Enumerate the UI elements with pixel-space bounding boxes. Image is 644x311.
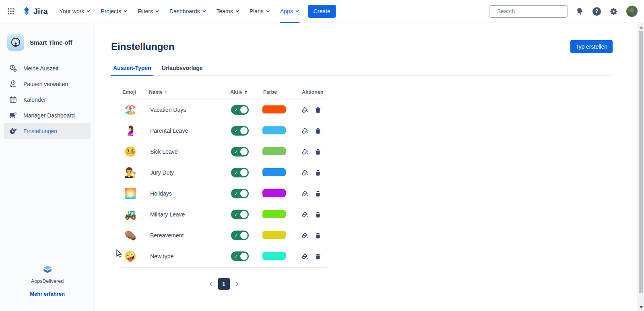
color-swatch[interactable] — [262, 189, 286, 197]
edit-color-button[interactable] — [301, 148, 309, 156]
next-page-button[interactable] — [234, 280, 239, 287]
nav-filters[interactable]: Filters — [132, 0, 164, 23]
scroll-down-arrow[interactable] — [640, 306, 643, 309]
app-grid-icon — [7, 7, 15, 15]
type-emoji: 🚜 — [121, 210, 147, 219]
app-sidebar: Smart Time-off Meine Auszeit — [0, 23, 95, 311]
app-title: Smart Time-off — [30, 39, 72, 46]
table-row: 🤒 Sick Leave ✓ — [121, 141, 327, 162]
nav-dashboards[interactable]: Dashboards — [164, 0, 211, 23]
timeoff-types-table: Emoji Name Aktiv Farbe Aktionen 🏖️ Vacat… — [121, 89, 327, 268]
toggle-knob — [240, 106, 248, 113]
edit-color-button[interactable] — [301, 232, 309, 239]
edit-color-button[interactable] — [301, 127, 309, 135]
color-swatch[interactable] — [262, 210, 286, 218]
edit-color-button[interactable] — [301, 106, 309, 114]
active-toggle[interactable]: ✓ — [231, 126, 249, 136]
create-type-button[interactable]: Typ erstellen — [570, 40, 613, 53]
color-swatch[interactable] — [262, 231, 286, 239]
edit-color-button[interactable] — [301, 253, 309, 260]
question-mark-icon: ? — [592, 7, 601, 16]
check-icon: ✓ — [234, 170, 238, 175]
color-swatch[interactable] — [262, 126, 286, 134]
global-search[interactable] — [489, 5, 568, 18]
table-row: ⚰️ Bereavement ✓ — [121, 225, 327, 246]
active-toggle[interactable]: ✓ — [231, 251, 249, 261]
delete-button[interactable] — [314, 169, 322, 177]
type-name: Jury Duty — [147, 169, 229, 176]
nav-your-work[interactable]: Your work — [54, 0, 96, 23]
vertical-scrollbar[interactable] — [638, 23, 644, 311]
calendar-icon — [8, 95, 17, 104]
edit-color-button[interactable] — [301, 211, 309, 218]
sidebar-item-pausen-verwalten[interactable]: Pausen verwalten — [4, 76, 91, 92]
settings-button[interactable] — [609, 6, 619, 16]
sidebar-item-meine-auszeit[interactable]: Meine Auszeit — [4, 60, 91, 76]
active-toggle[interactable]: ✓ — [231, 147, 249, 157]
active-toggle[interactable]: ✓ — [231, 105, 249, 115]
search-input[interactable] — [496, 8, 571, 15]
trash-icon — [315, 169, 321, 176]
type-emoji: 🌅 — [121, 189, 147, 198]
edit-color-button[interactable] — [301, 169, 309, 177]
active-toggle[interactable]: ✓ — [231, 168, 249, 177]
sort-icon — [245, 90, 247, 94]
create-button[interactable]: Create — [308, 5, 336, 18]
sidebar-item-kalender[interactable]: Kalender — [4, 92, 91, 107]
scrollbar-thumb[interactable] — [639, 31, 643, 293]
sidebar-footer: AppsDelivered Mehr erfahren — [0, 265, 95, 297]
chevron-down-icon — [87, 10, 90, 12]
previous-page-button[interactable] — [208, 280, 214, 287]
type-name: Holidays — [147, 190, 229, 197]
manage-breaks-icon — [8, 80, 17, 88]
paint-bucket-icon — [301, 253, 308, 260]
jira-logo[interactable]: Jira — [22, 6, 48, 16]
delete-button[interactable] — [314, 190, 322, 198]
top-navigation-bar: Jira Your work Projects Filters Dashboar… — [0, 0, 644, 23]
appsdelivered-logo-icon — [42, 265, 53, 275]
toggle-knob — [240, 211, 248, 218]
notifications-button[interactable] — [575, 6, 585, 16]
column-aktiv[interactable]: Aktiv — [229, 89, 262, 95]
chevron-down-icon — [295, 10, 299, 12]
nav-apps[interactable]: Apps — [275, 0, 304, 23]
delete-button[interactable] — [314, 106, 322, 114]
nav-projects[interactable]: Projects — [95, 0, 132, 23]
nav-plans[interactable]: Plans — [244, 0, 275, 23]
type-name: Parental Leave — [147, 128, 229, 134]
tab-auszeit-typen[interactable]: Auszeit-Typen — [111, 63, 153, 76]
active-toggle[interactable]: ✓ — [231, 231, 249, 240]
jira-logo-icon — [22, 6, 31, 16]
app-switcher-button[interactable] — [4, 4, 18, 18]
learn-more-link[interactable]: Mehr erfahren — [27, 290, 67, 297]
help-button[interactable]: ? — [592, 6, 602, 16]
edit-color-button[interactable] — [301, 190, 309, 198]
page-title: Einstellungen — [111, 41, 174, 52]
color-swatch[interactable] — [262, 252, 286, 260]
column-name[interactable]: Name — [147, 89, 229, 95]
active-toggle[interactable]: ✓ — [231, 210, 249, 219]
gear-icon — [609, 7, 618, 16]
check-icon: ✓ — [234, 191, 238, 196]
table-row: 🚜 Military Leave ✓ — [121, 204, 327, 225]
sidebar-item-einstellungen[interactable]: Einstellungen — [4, 123, 91, 139]
color-swatch[interactable] — [262, 147, 286, 155]
color-swatch[interactable] — [262, 168, 286, 176]
delete-button[interactable] — [314, 211, 322, 218]
delete-button[interactable] — [314, 253, 322, 260]
scroll-up-arrow[interactable] — [640, 26, 643, 29]
nav-teams[interactable]: Teams — [211, 0, 244, 23]
tab-urlaubsvorlage[interactable]: Urlaubsvorlage — [160, 63, 205, 76]
my-timeoff-icon — [8, 64, 17, 72]
delete-button[interactable] — [314, 232, 322, 239]
trash-icon — [315, 232, 321, 239]
color-swatch[interactable] — [262, 105, 286, 113]
delete-button[interactable] — [314, 148, 322, 156]
type-emoji: 🤒 — [121, 147, 147, 157]
active-toggle[interactable]: ✓ — [231, 189, 249, 198]
user-avatar[interactable] — [625, 5, 638, 18]
current-page-indicator[interactable]: 1 — [218, 278, 230, 290]
paint-bucket-icon — [301, 148, 308, 155]
delete-button[interactable] — [314, 127, 322, 135]
sidebar-item-manager-dashboard[interactable]: Manager Dashboard — [4, 107, 91, 123]
